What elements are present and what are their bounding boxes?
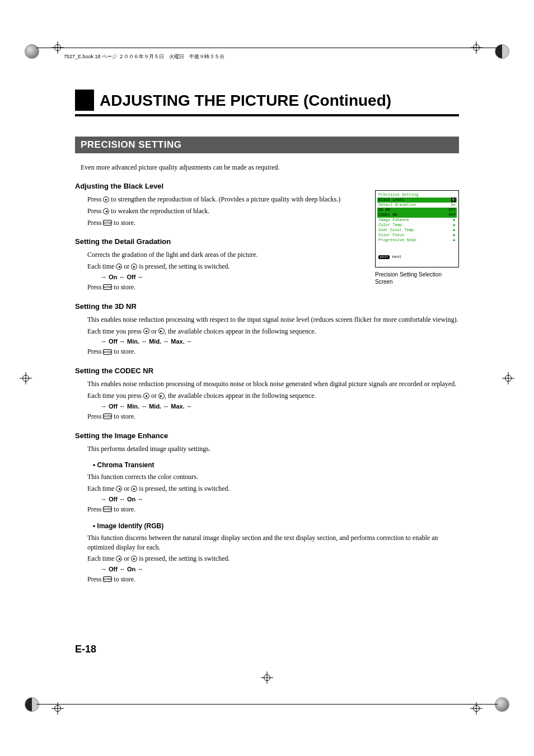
page-title-bar: ADJUSTING THE PICTURE (Continued) [75, 90, 459, 111]
body-text: This function corrects the color contour… [87, 472, 459, 482]
body-text: Each time ◂ or ▸ is pressed, the setting… [87, 484, 459, 494]
osd-title: Precision Setting [377, 193, 457, 197]
body-text: Press ENTER to store. [87, 412, 459, 421]
sequence-values: ↔ Off ↔ Min. ↔ Mid. ↔ Max. ↔ [101, 403, 459, 410]
left-arrow-icon: ◂ [116, 264, 122, 270]
print-header: 7527_E.book 18 ページ ２００６年９月５日 火曜日 午後９時３５分 [64, 53, 232, 60]
osd-row: 3D NROff [377, 208, 457, 213]
right-arrow-icon: ▸ [131, 556, 137, 562]
page-number: E-18 [75, 644, 96, 655]
osd-figure: Precision Setting Black Level0Detail Gra… [375, 190, 459, 285]
body-text: This function discerns between the natur… [87, 533, 459, 552]
crop-line [36, 704, 498, 705]
enter-icon: ENTER [103, 349, 112, 355]
title-underline [75, 114, 459, 116]
left-arrow-icon: ◂ [143, 393, 149, 399]
body-text: Press ENTER to store. [87, 575, 459, 584]
right-arrow-icon: ▸ [103, 196, 109, 203]
osd-row: User Color Temp.▶ [377, 228, 457, 233]
sequence-values: ↔ Off ↔ On ↔ [101, 496, 459, 503]
sequence-values: ↔ Off ↔ On ↔ [101, 566, 459, 572]
osd-row: Detail GradationOn [377, 203, 457, 208]
crop-ball-icon [25, 697, 39, 712]
sequence-values: ↔ Off ↔ Min. ↔ Mid. ↔ Max. ↔ [101, 338, 459, 345]
enter-icon: ENTER [103, 414, 112, 419]
body-text: Press ENTER to store. [87, 505, 459, 514]
body-text: Each time ◂ or ▸ is pressed, the setting… [87, 554, 459, 564]
crop-line [36, 48, 498, 48]
body-text: Each time you press ◂ or ▸, the availabl… [87, 391, 459, 401]
enter-icon: ENTER [103, 506, 112, 512]
osd-row: Color Temp.▶ [377, 223, 457, 228]
body-text: This enables noise reduction processing … [87, 379, 459, 389]
body-text: Each time you press ◂ or ▸, the availabl… [87, 327, 459, 336]
enter-icon: ENTER [103, 220, 112, 226]
right-arrow-icon: ▸ [131, 264, 137, 270]
left-arrow-icon: ◂ [103, 208, 109, 214]
right-arrow-icon: ▸ [131, 486, 137, 492]
left-arrow-icon: ◂ [143, 328, 149, 334]
crop-ball-icon [25, 44, 39, 59]
osd-footer: EXIT next [377, 255, 457, 259]
body-text: Press ENTER to store. [87, 347, 459, 356]
osd-row: CODEC NROff [377, 213, 457, 218]
right-arrow-icon: ▸ [158, 328, 165, 334]
left-arrow-icon: ◂ [116, 486, 122, 492]
osd-screen: Precision Setting Black Level0Detail Gra… [375, 190, 459, 267]
enter-icon: ENTER [103, 284, 112, 290]
osd-caption: Precision Setting Selection Screen [375, 271, 459, 285]
bullet-image-identify: Image Identify (RGB) [93, 522, 459, 530]
osd-exit-key: EXIT [378, 255, 390, 259]
osd-row: Black Level0 [377, 198, 457, 203]
crop-ball-icon [495, 44, 509, 59]
osd-row: Color Focus▶ [377, 233, 457, 238]
heading-black-level: Adjusting the Black Level [75, 182, 459, 190]
bullet-chroma-transient: Chroma Transient [93, 461, 459, 469]
right-arrow-icon: ▸ [158, 393, 165, 399]
heading-3d-nr: Setting the 3D NR [75, 302, 459, 311]
enter-icon: ENTER [103, 576, 112, 582]
body-text: This enables noise reduction processing … [87, 315, 459, 325]
osd-row: Image Enhance▶ [377, 218, 457, 223]
section-heading: PRECISION SETTING [75, 137, 459, 153]
page-title: ADJUSTING THE PICTURE (Continued) [100, 90, 459, 111]
crop-ball-icon [495, 697, 509, 712]
intro-text: Even more advanced picture quality adjus… [81, 163, 459, 172]
osd-row: Progressive Scan▶ [377, 238, 457, 243]
left-arrow-icon: ◂ [116, 556, 122, 562]
heading-codec-nr: Setting the CODEC NR [75, 367, 459, 375]
heading-image-enhance: Setting the Image Enhance [75, 431, 459, 440]
title-accent-block [75, 90, 94, 111]
body-text: This performs detailed image quality set… [87, 444, 459, 454]
